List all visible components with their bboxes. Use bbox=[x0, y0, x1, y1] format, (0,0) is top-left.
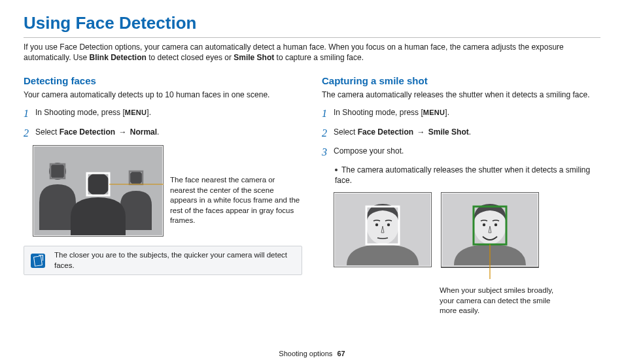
step-text: Select Face Detection → Smile Shot. bbox=[334, 126, 471, 137]
intro-paragraph: If you use Face Detection options, your … bbox=[24, 42, 600, 63]
page-footer: Shooting options 67 bbox=[0, 349, 624, 359]
step1-suffix: ]. bbox=[147, 108, 151, 117]
svg-point-18 bbox=[483, 223, 485, 226]
menu-label: MENU bbox=[125, 108, 147, 116]
svg-point-4 bbox=[129, 171, 143, 185]
page-title: Using Face Detection bbox=[24, 12, 600, 35]
intro-bold-2: Smile Shot bbox=[234, 53, 274, 62]
step1-suffix: ]. bbox=[445, 108, 449, 117]
face-panel-neutral bbox=[334, 192, 432, 267]
step-text: Compose your shot. bbox=[334, 145, 404, 156]
step-number: 1 bbox=[24, 107, 35, 121]
step2-arrow: → bbox=[115, 127, 130, 137]
step2-suffix: . bbox=[157, 127, 159, 137]
menu-label: MENU bbox=[423, 108, 445, 116]
intro-bold-1: Blink Detection bbox=[89, 53, 146, 62]
step-number: 3 bbox=[322, 145, 334, 159]
detection-illustration bbox=[33, 145, 164, 237]
detection-callout: The face nearest the camera or nearest t… bbox=[170, 175, 301, 226]
columns: Detecting faces Your camera automaticall… bbox=[24, 74, 600, 316]
footer-page-number: 67 bbox=[337, 350, 345, 357]
left-step-2: 2 Select Face Detection → Normal. bbox=[24, 126, 302, 141]
right-step-1: 1 In Shooting mode, press [MENU]. bbox=[322, 107, 600, 121]
step-number: 1 bbox=[322, 107, 334, 121]
left-step-1: 1 In Shooting mode, press [MENU]. bbox=[24, 107, 302, 121]
illustration-row: The face nearest the camera or nearest t… bbox=[33, 145, 302, 237]
step2-bold1: Face Detection bbox=[60, 127, 115, 137]
svg-point-13 bbox=[387, 223, 390, 226]
svg-point-2 bbox=[49, 163, 66, 180]
step2-prefix: Select bbox=[35, 127, 60, 137]
right-subintro: The camera automatically releases the sh… bbox=[322, 90, 600, 100]
step-number: 2 bbox=[24, 126, 35, 141]
step-text: In Shooting mode, press [MENU]. bbox=[334, 107, 449, 118]
substep-text: The camera automatically releases the sh… bbox=[335, 165, 590, 185]
step1-prefix: In Shooting mode, press [ bbox=[35, 108, 125, 117]
left-steps: 1 In Shooting mode, press [MENU]. 2 Sele… bbox=[24, 107, 302, 140]
right-column: Capturing a smile shot The camera automa… bbox=[322, 74, 600, 316]
svg-point-6 bbox=[86, 173, 110, 196]
right-substep: The camera automatically releases the sh… bbox=[335, 165, 600, 186]
step-text: Select Face Detection → Normal. bbox=[35, 126, 159, 137]
right-step-2: 2 Select Face Detection → Smile Shot. bbox=[322, 126, 600, 141]
right-subheader: Capturing a smile shot bbox=[322, 74, 600, 88]
title-rule bbox=[24, 37, 600, 38]
step-text: In Shooting mode, press [MENU]. bbox=[35, 107, 151, 118]
face-panel-smile bbox=[441, 192, 539, 280]
left-subintro: Your camera automatically detects up to … bbox=[24, 90, 302, 100]
step2-suffix: . bbox=[469, 127, 471, 137]
note-icon bbox=[31, 254, 45, 268]
left-column: Detecting faces Your camera automaticall… bbox=[24, 74, 302, 316]
step1-prefix: In Shooting mode, press [ bbox=[334, 108, 423, 117]
step2-prefix: Select bbox=[334, 127, 358, 137]
note-bar: The closer you are to the subjects, the … bbox=[24, 246, 302, 275]
bullet-icon bbox=[335, 169, 338, 171]
right-step-3: 3 Compose your shot. bbox=[322, 145, 600, 159]
intro-text-2: to detect closed eyes or bbox=[147, 53, 234, 62]
step-number: 2 bbox=[322, 126, 334, 141]
page: Using Face Detection If you use Face Det… bbox=[0, 0, 624, 364]
face-panels bbox=[334, 192, 600, 280]
footer-section: Shooting options bbox=[279, 350, 332, 357]
svg-point-12 bbox=[375, 223, 378, 226]
step2-arrow: → bbox=[413, 127, 428, 137]
note-text: The closer you are to the subjects, the … bbox=[54, 250, 295, 271]
step2-bold1: Face Detection bbox=[358, 127, 413, 137]
step2-bold2: Smile Shot bbox=[428, 127, 469, 137]
intro-text-3: to capture a smiling face. bbox=[274, 53, 364, 62]
smile-callout: When your subject smiles broadly, your c… bbox=[440, 286, 557, 316]
step2-bold2: Normal bbox=[130, 127, 157, 137]
svg-point-19 bbox=[494, 223, 497, 226]
right-steps: 1 In Shooting mode, press [MENU]. 2 Sele… bbox=[322, 107, 600, 159]
left-subheader: Detecting faces bbox=[24, 74, 302, 88]
